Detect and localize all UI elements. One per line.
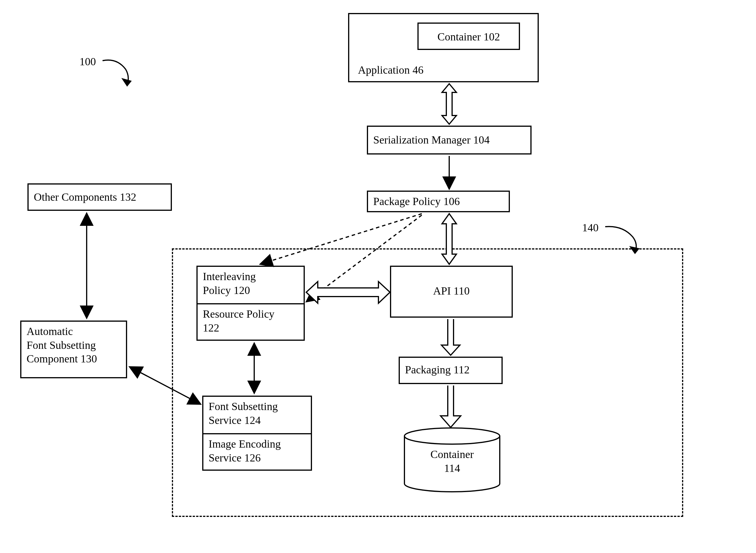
auto-font-line2: Font Subsetting — [26, 338, 121, 352]
interleaving-line1: Interleaving — [203, 270, 298, 284]
packaging-box: Packaging 112 — [399, 357, 503, 384]
application-text: Application 46 — [358, 64, 424, 76]
container-cylinder: Container 114 — [403, 427, 501, 494]
fss-line2: Service 124 — [209, 413, 306, 427]
container-102-box: Container 102 — [418, 22, 520, 50]
container-cyl-line2: 114 — [426, 462, 478, 475]
serialization-manager-text: Serialization Manager 104 — [373, 134, 489, 146]
figure-ref-label: 100 — [79, 55, 96, 69]
auto-font-subsetting-box: Automatic Font Subsetting Component 130 — [20, 321, 127, 378]
package-policy-box: Package Policy 106 — [367, 190, 510, 212]
serialization-manager-box: Serialization Manager 104 — [367, 126, 532, 155]
figure-ref-text: 100 — [79, 56, 96, 68]
api-box: API 110 — [390, 266, 513, 318]
packaging-text: Packaging 112 — [405, 364, 469, 376]
ies-line2: Service 126 — [209, 451, 306, 465]
container-cyl-line1: Container — [426, 448, 478, 462]
interleaving-line2: Policy 120 — [203, 284, 298, 298]
fss-line1: Font Subsetting — [209, 400, 306, 413]
auto-font-line1: Automatic — [26, 325, 121, 338]
resource-policy-box: Resource Policy 122 — [197, 303, 305, 341]
application-label: Application 46 — [358, 63, 424, 77]
font-subsetting-service-box: Font Subsetting Service 124 — [202, 396, 312, 433]
container-102-text: Container 102 — [437, 30, 500, 43]
arrow-app-to-serialization — [442, 84, 456, 124]
dashed-ref-label: 140 — [582, 221, 599, 235]
svg-point-2 — [404, 428, 500, 444]
resource-line2: 122 — [203, 321, 298, 335]
interleaving-policy-box: Interleaving Policy 120 — [197, 266, 305, 303]
other-components-box: Other Components 132 — [27, 183, 172, 211]
dashed-ref-text: 140 — [582, 222, 599, 234]
resource-line1: Resource Policy — [203, 307, 298, 321]
image-encoding-service-box: Image Encoding Service 126 — [202, 433, 312, 471]
auto-font-line3: Component 130 — [26, 352, 121, 366]
ies-line1: Image Encoding — [209, 437, 306, 451]
package-policy-text: Package Policy 106 — [373, 195, 460, 207]
api-text: API 110 — [433, 285, 469, 297]
other-components-text: Other Components 132 — [34, 191, 136, 203]
svg-marker-0 — [121, 78, 132, 87]
